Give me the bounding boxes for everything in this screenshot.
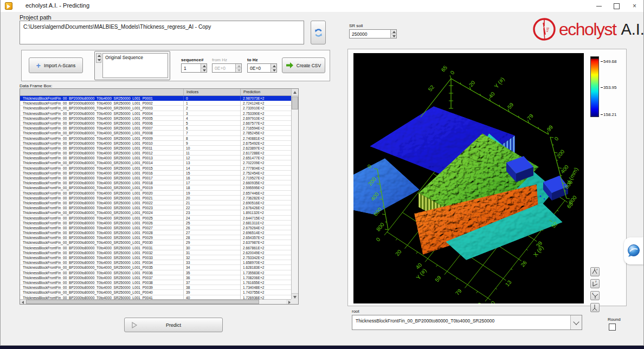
data-frame-table: Indices Prediction ThicknessBlockFrontFi…	[20, 88, 299, 305]
projection-xy-button[interactable]: z	[590, 267, 600, 276]
cell-name: ThicknessBlockFrontFin_00_BP2000to80000_…	[20, 185, 184, 190]
window-title: echolyst A.I. - Predicting	[25, 2, 89, 9]
vertical-scrollbar[interactable]	[291, 89, 298, 300]
table-row[interactable]: ThicknessBlockFrontFin_00_BP2000to80000_…	[20, 166, 292, 171]
sequence-listbox-inner: Original Sequence	[102, 53, 168, 78]
table-row[interactable]: ThicknessBlockFrontFin_00_BP2000to80000_…	[20, 290, 292, 295]
create-csv-button[interactable]: Create CSV	[282, 57, 325, 73]
table-row[interactable]: ThicknessBlockFrontFin_00_BP2000to80000_…	[20, 230, 292, 235]
cell-idx: 5	[184, 121, 241, 126]
windows-taskbar-edge[interactable]	[0, 346, 644, 349]
cell-name: ThicknessBlockFrontFin_00_BP2000to80000_…	[20, 156, 184, 160]
projection-3d-button[interactable]	[590, 303, 600, 312]
table-row[interactable]: ThicknessBlockFrontFin_00_BP2000to80000_…	[20, 265, 292, 270]
project-path-input[interactable]: C:\Users\algernd\Documents\MALBIES_Model…	[20, 21, 304, 44]
to-hz-input[interactable]: 0E+0	[247, 63, 277, 73]
projection-xz-button[interactable]: z	[590, 279, 600, 288]
header-prediction: Prediction	[241, 89, 292, 95]
cell-pred: 1.658970E+2	[241, 260, 292, 265]
table-row[interactable]: ThicknessBlockFrontFin_00_BP2000to80000_…	[20, 205, 292, 210]
sequence-spinner[interactable]	[201, 64, 207, 72]
table-row[interactable]: ThicknessBlockFrontFin_00_BP2000to80000_…	[20, 191, 292, 196]
table-row[interactable]: ThicknessBlockFrontFin_00_BP2000to80000_…	[20, 221, 292, 225]
table-row[interactable]: ThicknessBlockFrontFin_00_BP2000to80000_…	[20, 210, 292, 215]
cell-pred: 2.752454E+2	[241, 171, 292, 176]
close-button[interactable]: ×	[626, 0, 643, 12]
chevron-down-icon[interactable]	[570, 315, 582, 329]
cell-pred: 2.681311E+2	[241, 221, 292, 225]
table-row[interactable]: ThicknessBlockFrontFin_00_BP2000to80000_…	[20, 275, 292, 280]
table-row[interactable]: ThicknessBlockFrontFin_00_BP2000to80000_…	[20, 111, 292, 116]
sr-soll-spinner[interactable]	[390, 30, 396, 38]
cell-idx: 11	[184, 151, 241, 156]
table-row[interactable]: ThicknessBlockFrontFin_00_BP2000to80000_…	[20, 141, 292, 146]
remote-support-tab[interactable]	[624, 237, 643, 264]
sr-soll-input[interactable]: 250000	[349, 29, 397, 38]
sync-arrows-icon	[314, 28, 323, 37]
projection-yz-button[interactable]: x	[590, 291, 600, 300]
from-hz-spinner[interactable]	[235, 64, 241, 72]
predict-button[interactable]: Predict	[124, 318, 223, 332]
table-row[interactable]: ThicknessBlockFrontFin_00_BP2000to80000_…	[20, 171, 292, 176]
remote-support-bubble-icon	[626, 243, 642, 259]
app-window: echolyst A.I. - Predicting × Project pat…	[0, 0, 644, 346]
round-checkbox[interactable]	[609, 324, 616, 331]
table-row[interactable]: ThicknessBlockFrontFin_00_BP2000to80000_…	[20, 96, 292, 101]
table-row[interactable]: ThicknessBlockFrontFin_00_BP2000to80000_…	[20, 131, 292, 135]
table-row[interactable]: ThicknessBlockFrontFin_00_BP2000to80000_…	[20, 156, 292, 160]
table-row[interactable]: ThicknessBlockFrontFin_00_BP2000to80000_…	[20, 255, 292, 260]
table-row[interactable]: ThicknessBlockFrontFin_00_BP2000to80000_…	[20, 146, 292, 151]
table-row[interactable]: ThicknessBlockFrontFin_00_BP2000to80000_…	[20, 280, 292, 285]
cell-name: ThicknessBlockFrontFin_00_BP2000to80000_…	[20, 176, 184, 180]
table-row[interactable]: ThicknessBlockFrontFin_00_BP2000to80000_…	[20, 260, 292, 265]
sequence-input[interactable]: 1	[181, 63, 207, 73]
scroll-up-arrow[interactable]	[292, 89, 298, 96]
sr-soll-value: 250000	[350, 30, 390, 38]
table-row[interactable]: ThicknessBlockFrontFin_00_BP2000to80000_…	[20, 185, 292, 190]
table-header: Indices Prediction	[20, 89, 292, 96]
table-row[interactable]: ThicknessBlockFrontFin_00_BP2000to80000_…	[20, 126, 292, 131]
vscroll-thumb[interactable]	[292, 96, 298, 109]
table-row[interactable]: ThicknessBlockFrontFin_00_BP2000to80000_…	[20, 160, 292, 165]
table-row[interactable]: ThicknessBlockFrontFin_00_BP2000to80000_…	[20, 225, 292, 230]
cell-pred: 2.654357E+2	[241, 235, 292, 240]
root-dropdown[interactable]: ThicknessBlockFrontFin_00_BP2000to80000_…	[352, 315, 582, 330]
table-row[interactable]: ThicknessBlockFrontFin_00_BP2000to80000_…	[20, 136, 292, 141]
colorbar-min-label: 158.21	[601, 112, 616, 117]
cell-name: ThicknessBlockFrontFin_00_BP2000to80000_…	[20, 126, 184, 131]
sequence-list-item[interactable]: Original Sequence	[103, 54, 168, 60]
hscroll-thumb[interactable]	[26, 300, 259, 304]
listbox-spinner[interactable]	[96, 53, 101, 63]
import-ascans-button[interactable]: + Import A-Scans	[29, 57, 83, 73]
table-row[interactable]: ThicknessBlockFrontFin_00_BP2000to80000_…	[20, 216, 292, 221]
table-row[interactable]: ThicknessBlockFrontFin_00_BP2000to80000_…	[20, 151, 292, 156]
table-row[interactable]: ThicknessBlockFrontFin_00_BP2000to80000_…	[20, 201, 292, 205]
table-row[interactable]: ThicknessBlockFrontFin_00_BP2000to80000_…	[20, 235, 292, 240]
cell-name: ThicknessBlockFrontFin_00_BP2000to80000_…	[20, 180, 184, 185]
table-row[interactable]: ThicknessBlockFrontFin_00_BP2000to80000_…	[20, 196, 292, 201]
sequence-listbox[interactable]: Original Sequence	[94, 51, 170, 80]
table-row[interactable]: ThicknessBlockFrontFin_00_BP2000to80000_…	[20, 106, 292, 111]
table-row[interactable]: ThicknessBlockFrontFin_00_BP2000to80000_…	[20, 116, 292, 121]
surface-plot-3d[interactable]: 0204059799901326395265020405979990200400…	[353, 53, 584, 303]
cell-pred: 1.891132E+2	[241, 210, 292, 215]
table-row[interactable]: ThicknessBlockFrontFin_00_BP2000to80000_…	[20, 180, 292, 185]
table-row[interactable]: ThicknessBlockFrontFin_00_BP2000to80000_…	[20, 101, 292, 106]
table-row[interactable]: ThicknessBlockFrontFin_00_BP2000to80000_…	[20, 250, 292, 255]
from-hz-input[interactable]: 0E+0	[212, 63, 242, 73]
scroll-left-arrow[interactable]	[20, 300, 26, 304]
minimize-button[interactable]	[590, 0, 608, 12]
cell-idx: 35	[184, 270, 241, 275]
table-row[interactable]: ThicknessBlockFrontFin_00_BP2000to80000_…	[20, 121, 292, 126]
root-dropdown-value: ThicknessBlockFrontFin_00_BP2000to80000_…	[356, 318, 494, 324]
table-row[interactable]: ThicknessBlockFrontFin_00_BP2000to80000_…	[20, 270, 292, 275]
maximize-button[interactable]	[608, 0, 626, 12]
refresh-button[interactable]	[311, 21, 326, 44]
cell-pred: 1.734048E+2	[241, 285, 292, 290]
table-row[interactable]: ThicknessBlockFrontFin_00_BP2000to80000_…	[20, 245, 292, 250]
horizontal-scrollbar[interactable]	[20, 299, 292, 304]
to-hz-spinner[interactable]	[271, 64, 276, 72]
table-row[interactable]: ThicknessBlockFrontFin_00_BP2000to80000_…	[20, 176, 292, 180]
table-row[interactable]: ThicknessBlockFrontFin_00_BP2000to80000_…	[20, 285, 292, 290]
table-row[interactable]: ThicknessBlockFrontFin_00_BP2000to80000_…	[20, 240, 292, 245]
